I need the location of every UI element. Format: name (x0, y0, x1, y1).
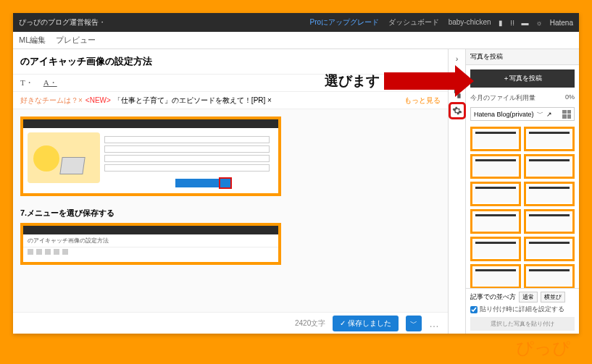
bookmark-icon[interactable]: ▮ (499, 19, 503, 27)
save-dropdown[interactable]: ﹀ (406, 316, 422, 331)
screenshot-2: のアイキャッチ画像の設定方法 (20, 223, 281, 265)
dashboard-link[interactable]: ダッシュボード (388, 18, 439, 26)
promo-question[interactable]: 好きなチームは？× (20, 96, 83, 106)
editor-footer: 2420文字 ✓ 保存しました ﹀ … (13, 312, 448, 334)
sun-icon[interactable]: ☼ (536, 19, 543, 27)
photo-thumb[interactable] (524, 209, 575, 234)
sidebar-heading: 写真を投稿 (466, 49, 579, 65)
comment-icon[interactable]: ▬ (522, 19, 529, 27)
mascot-icon (28, 132, 100, 183)
screenshot-1 (20, 117, 281, 196)
blue-button-highlight (220, 179, 230, 187)
gear-icon[interactable] (451, 104, 464, 117)
detail-checkbox-label: 貼り付け時に詳細を設定する (480, 305, 564, 314)
photo-thumb[interactable] (470, 182, 521, 206)
promo-new: <NEW> (86, 96, 111, 104)
detail-checkbox[interactable] (470, 306, 478, 313)
chevron-right-icon[interactable]: › (451, 52, 464, 65)
font-color-tool[interactable]: A・ (43, 77, 57, 88)
photo-grid (466, 124, 579, 288)
usage-label: 今月のファイル利用量 (470, 93, 535, 103)
paste-button[interactable]: 選択した写真を貼り付け (470, 317, 575, 331)
photo-thumb[interactable] (470, 264, 521, 288)
save-button[interactable]: ✓ 保存しました (333, 316, 399, 331)
photo-thumb[interactable] (524, 154, 575, 179)
photo-thumb[interactable] (524, 127, 575, 151)
more-menu[interactable]: … (429, 318, 441, 329)
overlay-arrow: 選びます (325, 65, 474, 97)
grid-icon[interactable]: ⁞⁞ (510, 19, 514, 27)
tab-preview[interactable]: プレビュー (56, 35, 96, 46)
font-size-tool[interactable]: T・ (20, 77, 33, 88)
promo-text[interactable]: 「仕事と子育て」のエピソードを教えて！[PR] × (114, 96, 272, 106)
blue-button (175, 179, 219, 187)
user-name[interactable]: baby-chicken (449, 18, 491, 26)
order-normal-button[interactable]: 通常 (519, 292, 538, 302)
upgrade-link[interactable]: Proにアップグレード (310, 18, 380, 26)
photo-thumb[interactable] (470, 154, 521, 179)
grid-view-icon[interactable] (562, 110, 571, 119)
order-label: 記事での並べ方 (470, 292, 516, 302)
photo-thumb[interactable] (470, 127, 521, 151)
photo-sidebar: 写真を投稿 ＋写真を投稿 今月のファイル利用量 0% Hatena Blog(p… (466, 49, 579, 334)
overlay-text: 選びます (325, 72, 380, 90)
brand-label[interactable]: Hatena (550, 19, 573, 27)
source-label: Hatena Blog(private) (474, 111, 534, 118)
photo-thumb[interactable] (470, 209, 521, 234)
photo-thumb[interactable] (470, 237, 521, 261)
upload-photo-button[interactable]: ＋写真を投稿 (470, 69, 575, 88)
signature: ぴっぴ (516, 337, 570, 360)
editor-body[interactable]: ②押します 7.メニューを選び保存する のアイキャッチ画像の設定方法 (13, 109, 448, 312)
photo-thumb[interactable] (524, 237, 575, 261)
order-horizontal-button[interactable]: 横並び (541, 292, 565, 302)
source-select[interactable]: Hatena Blog(private) ﹀ ↗ (470, 107, 575, 121)
detail-checkbox-row[interactable]: 貼り付け時に詳細を設定する (470, 305, 575, 314)
external-link-icon[interactable]: ↗ (546, 111, 552, 118)
photo-thumb[interactable] (524, 264, 575, 288)
chevron-down-icon: ﹀ (537, 109, 543, 119)
arrow-right-icon (455, 65, 474, 97)
app-topbar: ぴっぴのブログ運営報告・ Proにアップグレード ダッシュボード baby-ch… (13, 13, 579, 32)
editor-tabs: ML編集 プレビュー (13, 32, 579, 49)
photo-thumb[interactable] (524, 182, 575, 206)
usage-value: 0% (565, 93, 575, 103)
tab-html[interactable]: ML編集 (19, 35, 46, 46)
section-7-heading: 7.メニューを選び保存する (20, 208, 441, 219)
char-count: 2420文字 (295, 318, 325, 329)
blog-title[interactable]: ぴっぴのブログ運営報告・ (19, 17, 310, 27)
